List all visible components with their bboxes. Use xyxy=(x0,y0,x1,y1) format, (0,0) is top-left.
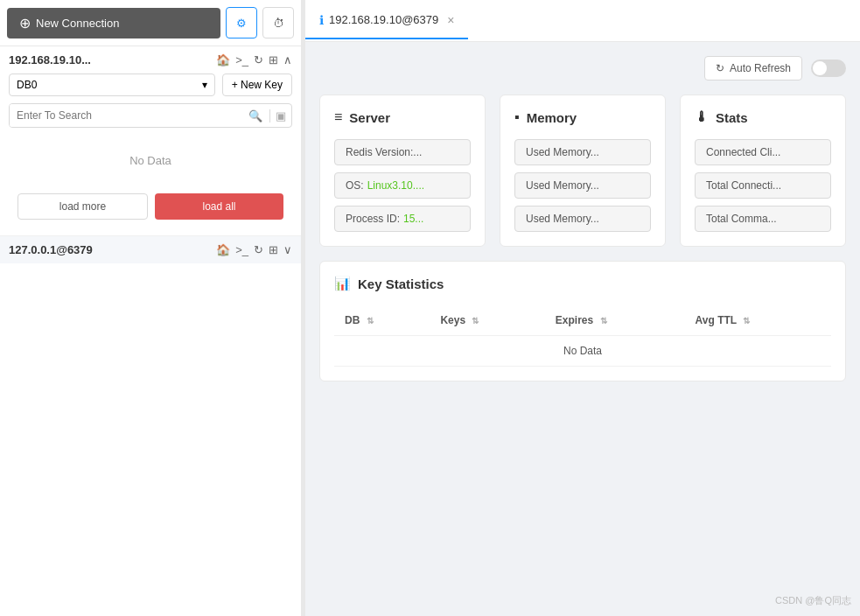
history-icon-button[interactable]: ⏱ xyxy=(262,7,294,38)
search-input[interactable] xyxy=(10,104,241,127)
col-expires[interactable]: Expires ⇅ xyxy=(545,305,685,336)
content-area: ↻ Auto Refresh ≡ Server Redis Version:..… xyxy=(305,42,860,616)
total-connections-btn[interactable]: Total Connecti... xyxy=(695,172,831,199)
connection-actions-1: 🏠 >_ ↻ ⊞ ∧ xyxy=(216,53,292,66)
refresh-icon[interactable]: ↻ xyxy=(254,53,263,66)
auto-refresh-label: Auto Refresh xyxy=(730,62,791,74)
col-avg-ttl[interactable]: Avg TTL ⇅ xyxy=(685,305,831,336)
sort-icon-db: ⇅ xyxy=(367,316,374,326)
sidebar: ⊕ New Connection ⚙ ⏱ 192.168.19.10... 🏠 … xyxy=(0,0,302,616)
stats-card: 🌡 Stats Connected Cli... Total Connecti.… xyxy=(680,94,846,247)
connected-clients-btn[interactable]: Connected Cli... xyxy=(695,139,831,165)
sidebar-top: ⊕ New Connection ⚙ ⏱ xyxy=(0,0,301,46)
memory-title-label: Memory xyxy=(527,110,577,125)
memory-card: ▪ Memory Used Memory... Used Memory... U… xyxy=(500,94,666,247)
connection-item-2: 127.0.0.1@6379 🏠 >_ ↻ ⊞ ∨ xyxy=(0,236,301,263)
home-icon[interactable]: 🏠 xyxy=(216,53,230,66)
db-row: DB0 ▾ + New Key xyxy=(9,74,292,96)
table-head: DB ⇅ Keys ⇅ Expires ⇅ Avg TTL ⇅ xyxy=(334,305,831,336)
chevron-down-icon: ▾ xyxy=(202,79,207,91)
content-inner: ↻ Auto Refresh ≡ Server Redis Version:..… xyxy=(305,42,860,396)
stats-card-title: 🌡 Stats xyxy=(695,109,831,125)
os-label: OS: xyxy=(346,179,364,192)
terminal-icon[interactable]: >_ xyxy=(235,53,248,66)
key-stats-table: DB ⇅ Keys ⇅ Expires ⇅ Avg TTL ⇅ No Data xyxy=(334,305,831,367)
connection-name-2: 127.0.0.1@6379 xyxy=(9,243,93,256)
pid-btn[interactable]: Process ID: 15... xyxy=(334,206,471,232)
refresh-icon: ↻ xyxy=(716,62,724,74)
db-value: DB0 xyxy=(17,79,37,91)
main-content: ℹ 192.168.19.10@6379 × ↻ Auto Refresh ≡ xyxy=(305,0,860,616)
connection-header-2: 127.0.0.1@6379 🏠 >_ ↻ ⊞ ∨ xyxy=(9,243,292,256)
auto-refresh-button[interactable]: ↻ Auto Refresh xyxy=(704,56,802,80)
clock-icon: ⏱ xyxy=(273,17,284,30)
cards-row: ≡ Server Redis Version:... OS: Linux3.10… xyxy=(319,94,846,247)
stats-title-label: Stats xyxy=(716,110,748,125)
table-no-data-row: No Data xyxy=(334,336,831,367)
pid-value: 15... xyxy=(403,213,423,225)
no-data-label: No Data xyxy=(9,128,292,193)
table-no-data-label: No Data xyxy=(334,336,831,367)
tab-close-button[interactable]: × xyxy=(447,13,454,27)
pid-label: Process ID: xyxy=(346,213,400,225)
total-connections-label: Total Connecti... xyxy=(706,179,781,192)
connection-header-1: 192.168.19.10... 🏠 >_ ↻ ⊞ ∧ xyxy=(9,53,292,66)
plus-icon: ⊕ xyxy=(19,15,31,32)
search-icon[interactable]: 🔍 xyxy=(241,109,269,122)
connected-clients-label: Connected Cli... xyxy=(706,146,780,158)
connection-actions-2: 🏠 >_ ↻ ⊞ ∨ xyxy=(216,243,292,256)
redis-version-btn[interactable]: Redis Version:... xyxy=(334,139,471,165)
refresh-icon-2[interactable]: ↻ xyxy=(254,243,263,256)
sort-icon-avg-ttl: ⇅ xyxy=(743,316,750,326)
tab-label: 192.168.19.10@6379 xyxy=(329,13,438,26)
auto-refresh-toggle[interactable] xyxy=(811,60,846,77)
grid-icon[interactable]: ⊞ xyxy=(269,53,278,66)
connection-name-1: 192.168.19.10... xyxy=(9,53,91,66)
table-header-row: DB ⇅ Keys ⇅ Expires ⇅ Avg TTL ⇅ xyxy=(334,305,831,336)
tab-connection[interactable]: ℹ 192.168.19.10@6379 × xyxy=(305,3,468,39)
used-memory-1-btn[interactable]: Used Memory... xyxy=(514,139,651,165)
grid-icon-2[interactable]: ⊞ xyxy=(269,243,278,256)
used-memory-3-label: Used Memory... xyxy=(526,213,599,225)
stats-icon: 🌡 xyxy=(695,109,709,125)
total-commands-label: Total Comma... xyxy=(706,213,777,225)
os-btn[interactable]: OS: Linux3.10.... xyxy=(334,172,471,199)
os-value: Linux3.10.... xyxy=(367,179,424,192)
home-icon-2[interactable]: 🏠 xyxy=(216,243,230,256)
redis-version-label: Redis Version:... xyxy=(346,146,422,158)
tab-bar: ℹ 192.168.19.10@6379 × xyxy=(305,0,860,42)
memory-card-title: ▪ Memory xyxy=(514,109,651,125)
used-memory-2-label: Used Memory... xyxy=(526,179,599,192)
terminal-icon-2[interactable]: >_ xyxy=(235,243,248,256)
search-wrap: 🔍 ▣ xyxy=(9,103,292,128)
filter-icon[interactable]: ▣ xyxy=(269,109,291,122)
server-title-label: Server xyxy=(349,110,390,125)
connection-item-1: 192.168.19.10... 🏠 >_ ↻ ⊞ ∧ DB0 ▾ + New … xyxy=(0,46,301,236)
new-connection-button[interactable]: ⊕ New Connection xyxy=(7,8,220,38)
server-card: ≡ Server Redis Version:... OS: Linux3.10… xyxy=(319,94,486,247)
used-memory-2-btn[interactable]: Used Memory... xyxy=(514,172,651,199)
load-more-button[interactable]: load more xyxy=(17,193,148,220)
chevron-down-icon-2[interactable]: ∨ xyxy=(283,243,292,256)
info-icon: ℹ xyxy=(319,13,324,27)
sort-icon-expires: ⇅ xyxy=(600,316,607,326)
new-key-label: + New Key xyxy=(232,79,283,91)
new-connection-label: New Connection xyxy=(36,17,119,30)
chevron-up-icon[interactable]: ∧ xyxy=(283,53,292,66)
used-memory-1-label: Used Memory... xyxy=(526,146,599,158)
server-icon: ≡ xyxy=(334,109,342,125)
search-row: 🔍 ▣ xyxy=(9,103,292,128)
sort-icon-keys: ⇅ xyxy=(472,316,479,326)
used-memory-3-btn[interactable]: Used Memory... xyxy=(514,206,651,232)
new-key-button[interactable]: + New Key xyxy=(222,74,292,96)
total-commands-btn[interactable]: Total Comma... xyxy=(695,206,831,232)
server-card-title: ≡ Server xyxy=(334,109,471,125)
load-all-button[interactable]: load all xyxy=(155,193,283,220)
db-select[interactable]: DB0 ▾ xyxy=(9,74,215,96)
settings-icon-button[interactable]: ⚙ xyxy=(226,7,257,38)
key-stats-icon: 📊 xyxy=(334,276,351,291)
table-body: No Data xyxy=(334,336,831,367)
col-keys[interactable]: Keys ⇅ xyxy=(430,305,544,336)
col-db[interactable]: DB ⇅ xyxy=(334,305,430,336)
key-stats-label: Key Statistics xyxy=(358,276,444,291)
